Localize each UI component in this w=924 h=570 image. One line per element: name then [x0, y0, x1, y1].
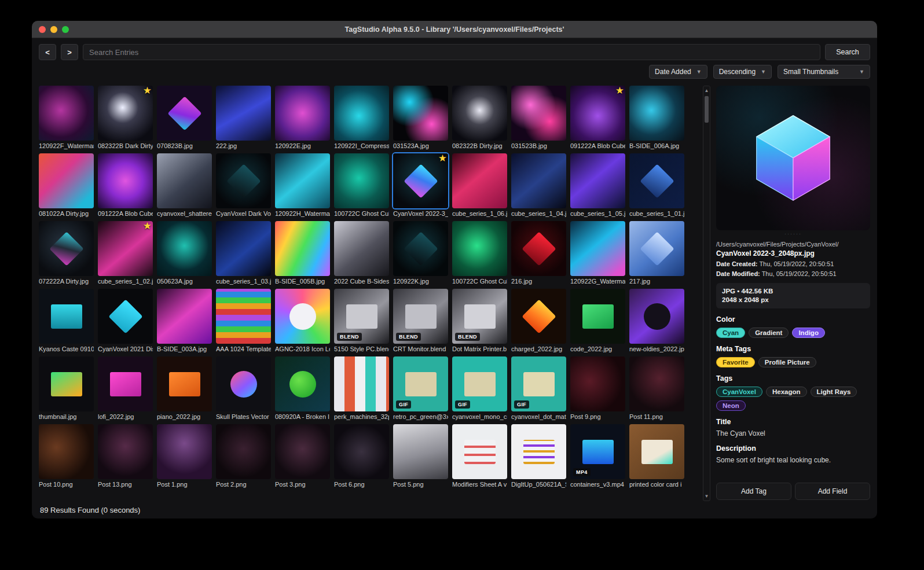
thumbnail[interactable]: BLEND: [334, 289, 389, 344]
thumbnail[interactable]: [98, 424, 153, 479]
thumbnail[interactable]: GIF: [511, 356, 566, 411]
thumbnail[interactable]: [334, 424, 389, 479]
add-field-button[interactable]: Add Field: [795, 483, 870, 500]
thumbnail[interactable]: ★: [570, 86, 625, 141]
thumbnail[interactable]: [157, 289, 212, 344]
thumbnail[interactable]: [216, 289, 271, 344]
thumbnail[interactable]: [275, 153, 330, 208]
thumbnail[interactable]: [216, 424, 271, 479]
thumbnail[interactable]: [275, 356, 330, 411]
thumbnail[interactable]: [629, 221, 684, 276]
close-window-button[interactable]: [39, 26, 46, 33]
thumbnail[interactable]: [629, 356, 684, 411]
thumbnail[interactable]: [98, 289, 153, 344]
thumbnail[interactable]: BLEND: [452, 289, 507, 344]
scroll-up-icon[interactable]: ▲: [703, 88, 710, 93]
thumbnail[interactable]: [275, 86, 330, 141]
add-tag-button[interactable]: Add Tag: [716, 483, 791, 500]
back-button[interactable]: <: [39, 44, 56, 60]
thumbnail[interactable]: ★: [98, 86, 153, 141]
thumbnail-label: lofi_2022.jpg: [98, 413, 153, 420]
thumbnail[interactable]: [629, 86, 684, 141]
forward-button[interactable]: >: [61, 44, 78, 60]
thumbnail[interactable]: [511, 86, 566, 141]
tag-pill[interactable]: Gradient: [749, 328, 789, 338]
thumbnail[interactable]: [452, 153, 507, 208]
thumbnail[interactable]: [511, 153, 566, 208]
thumbnail[interactable]: [334, 356, 389, 411]
search-button[interactable]: Search: [825, 44, 870, 60]
thumbnail[interactable]: [216, 86, 271, 141]
search-input[interactable]: [83, 44, 820, 60]
thumbnail[interactable]: [452, 86, 507, 141]
thumbnail[interactable]: [39, 86, 94, 141]
scrollbar-thumb[interactable]: [705, 96, 709, 123]
thumbnail[interactable]: [570, 356, 625, 411]
thumbnail[interactable]: ★: [393, 153, 448, 208]
thumbnail[interactable]: [570, 153, 625, 208]
minimize-window-button[interactable]: [50, 26, 57, 33]
thumbnail[interactable]: [452, 424, 507, 479]
thumbnail[interactable]: [157, 153, 212, 208]
tag-pill[interactable]: Light Rays: [811, 387, 857, 397]
grid-cell: B-SIDE_005B.jpg: [275, 221, 330, 285]
thumbnail[interactable]: BLEND: [393, 289, 448, 344]
thumbnail[interactable]: [39, 356, 94, 411]
thumbnail[interactable]: [629, 289, 684, 344]
thumbnail[interactable]: [629, 153, 684, 208]
sort-order-dropdown[interactable]: Descending ▼: [713, 65, 772, 79]
thumbnail[interactable]: [39, 153, 94, 208]
thumbnail[interactable]: [511, 221, 566, 276]
thumbnail[interactable]: ★: [98, 221, 153, 276]
thumbnail[interactable]: [157, 424, 212, 479]
description-section-header: Description: [716, 444, 870, 453]
sort-field-dropdown[interactable]: Date Added ▼: [649, 65, 707, 79]
thumbnail[interactable]: [157, 86, 212, 141]
thumbnail[interactable]: [511, 289, 566, 344]
thumbnail[interactable]: [570, 289, 625, 344]
tag-pill[interactable]: Neon: [716, 400, 746, 411]
thumbnail[interactable]: [39, 221, 94, 276]
thumbnail[interactable]: [157, 221, 212, 276]
thumbnail[interactable]: [275, 424, 330, 479]
thumbnail[interactable]: [157, 356, 212, 411]
thumbnail[interactable]: [216, 153, 271, 208]
scroll-down-icon[interactable]: ▼: [703, 494, 710, 499]
thumbnail[interactable]: [39, 289, 94, 344]
thumbnail[interactable]: [275, 289, 330, 344]
tag-pill[interactable]: Indigo: [792, 328, 825, 338]
tag-pill[interactable]: Favorite: [716, 357, 755, 367]
thumbnail[interactable]: [511, 424, 566, 479]
thumbnail[interactable]: [216, 221, 271, 276]
thumbnail[interactable]: [39, 424, 94, 479]
tag-pill[interactable]: Cyan: [716, 328, 745, 338]
grid-cell: 050623A.jpg: [157, 221, 212, 285]
grid-cell: ★091222A Blob Cube: [570, 86, 625, 149]
scrollbar[interactable]: ▲ ▼: [703, 86, 710, 501]
titlebar[interactable]: TagStudio Alpha 9.5.0 - Library '/Users/…: [32, 21, 877, 38]
thumbnail[interactable]: [393, 221, 448, 276]
thumbnail[interactable]: [275, 221, 330, 276]
thumbnail[interactable]: MP4: [570, 424, 625, 479]
thumbnail[interactable]: [334, 221, 389, 276]
thumbnail[interactable]: [393, 86, 448, 141]
thumbnail[interactable]: [98, 153, 153, 208]
tag-pill[interactable]: Profile Picture: [758, 357, 816, 367]
thumbnail[interactable]: GIF: [452, 356, 507, 411]
file-dimensions: 2048 x 2048 px: [722, 296, 864, 304]
zoom-window-button[interactable]: [62, 26, 69, 33]
thumbnail[interactable]: [570, 221, 625, 276]
thumbnail[interactable]: [452, 221, 507, 276]
tag-pill[interactable]: CyanVoxel: [716, 387, 762, 397]
tag-pill[interactable]: Hexagon: [766, 387, 807, 397]
thumbnail[interactable]: [393, 424, 448, 479]
thumbnail[interactable]: [216, 356, 271, 411]
thumbnail-art: [640, 231, 674, 266]
thumbnail[interactable]: [98, 356, 153, 411]
thumbnail[interactable]: GIF: [393, 356, 448, 411]
thumbnail[interactable]: [334, 86, 389, 141]
thumbnail-size-dropdown[interactable]: Small Thumbnails ▼: [778, 65, 870, 79]
grid-cell: cube_series_1_03.j: [216, 221, 271, 285]
thumbnail[interactable]: [629, 424, 684, 479]
thumbnail[interactable]: [334, 153, 389, 208]
